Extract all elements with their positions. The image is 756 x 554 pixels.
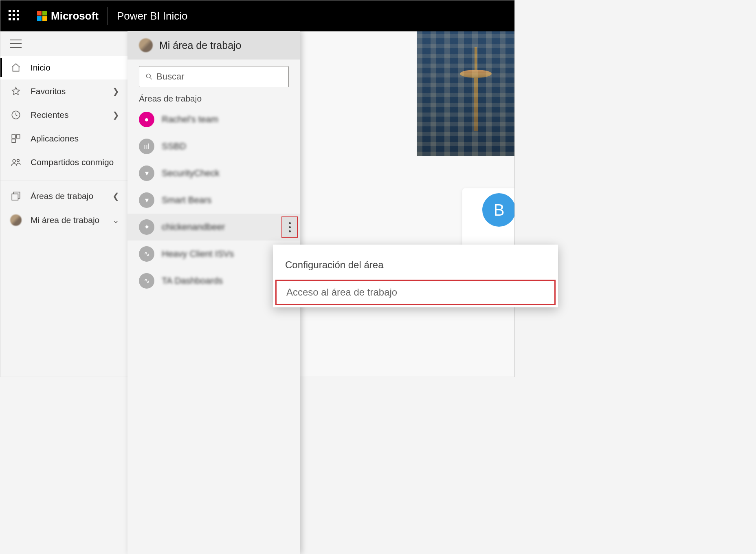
- hamburger-button[interactable]: [0, 31, 127, 56]
- svg-rect-1: [12, 135, 15, 138]
- clock-icon: [10, 110, 22, 120]
- workspace-item[interactable]: ııl SSBD: [127, 133, 300, 160]
- brand-text: Microsoft: [51, 10, 99, 22]
- apps-icon: [10, 133, 22, 144]
- workspace-name: SSBD: [162, 141, 186, 152]
- nav-item-my-workspace[interactable]: Mi área de trabajo ⌄: [0, 208, 127, 232]
- workspace-context-menu: Configuración del área Acceso al área de…: [273, 245, 515, 307]
- workspaces-flyout: Mi área de trabajo Buscar Áreas de traba…: [127, 31, 300, 377]
- divider: [0, 181, 127, 181]
- svg-point-5: [17, 159, 20, 162]
- avatar-icon: [139, 38, 153, 52]
- workspace-badge-icon: ▾: [139, 166, 154, 181]
- nav-item-home[interactable]: Inicio: [0, 56, 127, 79]
- chevron-right-icon: ❯: [112, 86, 119, 96]
- svg-rect-3: [12, 139, 15, 143]
- people-icon: [10, 157, 22, 168]
- star-icon: [10, 86, 22, 97]
- search-input[interactable]: Buscar: [139, 66, 289, 87]
- menu-item-access[interactable]: Acceso al área de trabajo: [275, 280, 515, 305]
- menu-item-settings[interactable]: Configuración del área: [273, 252, 515, 278]
- workspaces-icon: [10, 191, 22, 201]
- top-bar: Microsoft Power BI Inicio: [0, 0, 514, 31]
- workspace-name: TA Dashboards: [162, 276, 223, 286]
- nav-label: Mi área de trabajo: [31, 215, 99, 225]
- more-options-button[interactable]: [281, 216, 298, 238]
- app-launcher-icon[interactable]: [9, 10, 21, 22]
- nav-label: Áreas de trabajo: [31, 191, 93, 201]
- svg-point-7: [146, 74, 150, 78]
- separator: [108, 7, 108, 25]
- hero-image: [417, 31, 514, 156]
- workspace-badge-icon: ∿: [139, 246, 154, 262]
- nav-item-apps[interactable]: Aplicaciones: [0, 127, 127, 150]
- chevron-right-icon: ❯: [112, 110, 119, 120]
- flyout-title: Mi área de trabajo: [159, 40, 242, 51]
- chevron-left-icon: ❮: [112, 191, 119, 201]
- workspace-item[interactable]: ✦ chickenandbeer: [127, 214, 300, 241]
- microsoft-logo-icon: [37, 11, 47, 21]
- nav-item-favorites[interactable]: Favoritos ❯: [0, 79, 127, 103]
- nav-label: Favoritos: [31, 86, 66, 96]
- section-label: Áreas de trabajo: [127, 91, 300, 106]
- workspace-name: Rachel's team: [162, 114, 218, 125]
- workspace-badge-icon: ▾: [139, 192, 154, 208]
- workspace-item[interactable]: ▾ SecurityCheck: [127, 160, 300, 187]
- chevron-down-icon: ⌄: [112, 215, 119, 225]
- svg-point-4: [13, 159, 15, 162]
- nav-item-shared[interactable]: Compartidos conmigo: [0, 150, 127, 174]
- workspace-badge-icon: ●: [139, 112, 154, 127]
- workspace-name: SecurityCheck: [162, 168, 220, 179]
- workspace-name: Heavy Client ISVs: [162, 249, 234, 259]
- sidebar: Inicio Favoritos ❯ Recientes ❯ Aplicacio…: [0, 31, 128, 377]
- workspace-badge-icon: ✦: [139, 219, 154, 235]
- search-placeholder: Buscar: [156, 71, 184, 82]
- hamburger-icon: [10, 40, 22, 48]
- svg-rect-2: [16, 135, 20, 138]
- avatar-icon: [10, 214, 22, 226]
- home-icon: [10, 62, 22, 73]
- app-title: Power BI Inicio: [117, 10, 187, 22]
- nav-label: Aplicaciones: [31, 134, 79, 143]
- nav-item-workspaces[interactable]: Áreas de trabajo ❮: [0, 184, 127, 208]
- nav-label: Inicio: [31, 63, 51, 73]
- workspace-item[interactable]: ▾ Smart Bears: [127, 187, 300, 214]
- nav-item-recent[interactable]: Recientes ❯: [0, 103, 127, 127]
- nav-label: Compartidos conmigo: [31, 157, 114, 167]
- workspace-item[interactable]: ● Rachel's team: [127, 106, 300, 133]
- nav-label: Recientes: [31, 110, 68, 120]
- svg-rect-6: [12, 194, 18, 200]
- workspace-badge-icon: ∿: [139, 273, 154, 289]
- workspace-name: Smart Bears: [162, 195, 211, 205]
- workspace-badge-icon: ııl: [139, 139, 154, 154]
- search-icon: [145, 73, 153, 81]
- flyout-header[interactable]: Mi área de trabajo: [127, 31, 300, 60]
- more-icon: [289, 222, 291, 232]
- workspace-name: chickenandbeer: [162, 222, 225, 232]
- card-avatar: B: [482, 193, 514, 227]
